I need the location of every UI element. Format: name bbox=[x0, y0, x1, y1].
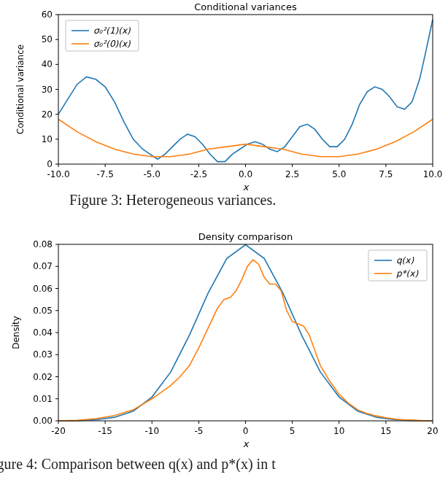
figure-3-ylabel: Conditional variance bbox=[15, 44, 26, 134]
svg-text:0.05: 0.05 bbox=[33, 306, 53, 316]
svg-text:-15: -15 bbox=[98, 426, 112, 436]
svg-text:q(x): q(x) bbox=[396, 255, 414, 265]
svg-text:20: 20 bbox=[42, 109, 53, 120]
figure-4-xlabel: x bbox=[243, 438, 250, 449]
figure-3-xlabel: x bbox=[243, 182, 250, 193]
svg-text:60: 60 bbox=[42, 9, 53, 20]
figure-3-caption: Figure 3: Heterogeneous variances. bbox=[69, 192, 276, 209]
svg-text:0.0: 0.0 bbox=[239, 169, 252, 179]
svg-text:2.5: 2.5 bbox=[285, 169, 299, 179]
svg-text:40: 40 bbox=[42, 59, 53, 69]
svg-text:0: 0 bbox=[47, 159, 53, 169]
figure-4-caption-partial: igure 4: Comparison between q(x) and p*(… bbox=[0, 456, 276, 473]
svg-text:0.03: 0.03 bbox=[33, 349, 53, 360]
figure-4-ylabel: Density bbox=[11, 316, 21, 349]
svg-text:7.5: 7.5 bbox=[379, 169, 393, 179]
svg-text:-7.5: -7.5 bbox=[96, 169, 113, 179]
svg-text:5.0: 5.0 bbox=[332, 169, 346, 179]
svg-text:10.0: 10.0 bbox=[423, 169, 443, 179]
svg-text:0.04: 0.04 bbox=[33, 327, 53, 338]
svg-text:-10: -10 bbox=[144, 426, 159, 436]
svg-text:10: 10 bbox=[333, 426, 344, 436]
svg-text:0.07: 0.07 bbox=[33, 261, 53, 271]
figure-4-title: Density comparison bbox=[198, 231, 293, 242]
svg-text:-5.0: -5.0 bbox=[144, 169, 161, 179]
svg-text:0.01: 0.01 bbox=[33, 394, 53, 404]
svg-text:σ₀²(1)(x): σ₀²(1)(x) bbox=[93, 26, 131, 36]
svg-text:-2.5: -2.5 bbox=[190, 169, 207, 179]
svg-text:0.02: 0.02 bbox=[33, 372, 53, 382]
svg-text:0: 0 bbox=[243, 426, 249, 436]
svg-text:-10.0: -10.0 bbox=[47, 169, 69, 179]
svg-text:50: 50 bbox=[42, 34, 53, 44]
svg-text:p*(x): p*(x) bbox=[396, 268, 418, 279]
svg-text:σ₀²(0)(x): σ₀²(0)(x) bbox=[93, 39, 131, 49]
svg-text:0.00: 0.00 bbox=[33, 416, 53, 426]
svg-text:0.06: 0.06 bbox=[33, 284, 53, 294]
figure-3-legend: σ₀²(1)(x)σ₀²(0)(x) bbox=[66, 20, 139, 51]
figure-4-legend: q(x)p*(x) bbox=[368, 250, 427, 281]
svg-text:10: 10 bbox=[42, 134, 53, 144]
svg-text:15: 15 bbox=[380, 426, 391, 436]
svg-text:20: 20 bbox=[427, 426, 438, 436]
svg-text:-20: -20 bbox=[51, 426, 66, 436]
svg-text:30: 30 bbox=[42, 85, 53, 95]
svg-text:0.08: 0.08 bbox=[33, 239, 53, 249]
figure-4-chart: -20-15-10-5051015200.000.010.020.030.040… bbox=[0, 230, 448, 456]
figure-3-title: Conditional variances bbox=[194, 1, 297, 12]
svg-text:5: 5 bbox=[290, 426, 296, 436]
svg-text:-5: -5 bbox=[194, 426, 203, 436]
figure-3-chart: -10.0-7.5-5.0-2.50.02.55.07.510.00102030… bbox=[0, 0, 448, 197]
